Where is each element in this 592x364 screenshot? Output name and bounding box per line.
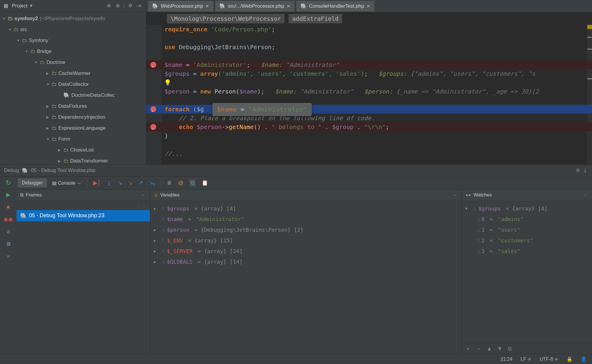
tree-item[interactable]: ▼🗀Doctrine [0, 57, 146, 68]
variable-row[interactable]: ▶⛬$person = {Debugging\JetBrains\Person}… [154, 225, 458, 235]
watch-row[interactable]: ▼⛬$groups = {array} [4] [465, 203, 588, 214]
hide-panel-icon[interactable]: →˙ [141, 193, 147, 197]
tree-item[interactable]: ▶🗀DataFixtures [0, 101, 146, 112]
debug-bar-file: 05 - Debug Tool Window.php [31, 167, 573, 173]
remove-watch-icon[interactable]: － [476, 345, 481, 352]
move-down-icon[interactable]: ▼ [497, 346, 503, 352]
variable-row[interactable]: ▶⛬$GLOBALS = {array} [14] [154, 257, 458, 267]
tree-item[interactable]: ▼🗀Bridge [0, 46, 146, 57]
tree-item[interactable]: ▶🗀DependencyInjection [0, 112, 146, 123]
watch-child-row[interactable]: ⬚0 = "admins" [465, 214, 588, 225]
code-editor[interactable]: require_once 'Code/Person.php'; use Debu… [146, 25, 592, 165]
tree-item[interactable]: ▼🗀src [0, 24, 146, 35]
frame-prev-icon[interactable]: ↑ [137, 203, 139, 208]
step-over-icon[interactable]: ⭳ [107, 180, 112, 186]
variable-row[interactable]: ▶⛬$_ENV = {array} [15] [154, 235, 458, 246]
hide-icon[interactable]: ⇥ [136, 3, 142, 9]
download-icon[interactable]: ⭳ [583, 167, 588, 173]
readonly-lock-icon[interactable]: 🔒 [567, 356, 572, 362]
project-view-selector[interactable]: ▾ [30, 3, 33, 9]
breadcrumb-item[interactable]: \Monolog\Processor\WebProcessor [167, 14, 284, 23]
move-up-icon[interactable]: ▲ [487, 346, 492, 352]
restore-layout-icon[interactable]: 📋 [202, 180, 208, 186]
variable-row[interactable]: ⛬$name = "Administrator" [154, 214, 458, 225]
toggle-watches-icon[interactable]: @ [178, 180, 184, 186]
line-separator[interactable]: LF ≑ [521, 356, 531, 362]
resume-icon[interactable]: ▶ [6, 191, 10, 198]
thread-dump-icon[interactable]: 🖥 [6, 241, 11, 247]
stop-icon[interactable]: ■ [7, 204, 10, 210]
layout-settings-icon[interactable]: ⧉ [189, 179, 196, 187]
code-token: $name [239, 88, 257, 95]
tree-item[interactable]: ▼🗀Symfony [0, 35, 146, 46]
code-token: -> [222, 123, 229, 131]
settings-icon[interactable]: ✲ [127, 3, 133, 9]
file-encoding[interactable]: UTF-8 ≑ [540, 356, 558, 362]
duplicate-watch-icon[interactable]: ⧉ [508, 346, 512, 352]
mute-breakpoints-icon[interactable]: ⊘ [6, 228, 11, 235]
tree-item[interactable]: ▶🗀CacheWarmer [0, 68, 146, 79]
tree-item[interactable]: ▶🗀DataTransformer [0, 155, 146, 165]
tree-item[interactable]: ▶🗀ExpressionLanguage [0, 123, 146, 133]
evaluate-expression-icon[interactable]: 🖩 [167, 180, 172, 186]
step-out-icon[interactable]: ↗ [139, 180, 143, 186]
hector-icon[interactable]: 👤 [581, 356, 587, 362]
hide-panel-icon[interactable]: →˙ [583, 193, 588, 197]
more-icon[interactable]: » [7, 253, 10, 259]
autoscroll-to-source-icon[interactable]: ⊕ [106, 3, 112, 9]
breadcrumb-item[interactable]: addExtraField [289, 14, 342, 23]
variable-row[interactable]: ▶⛬$groups = {array} [4] [154, 203, 458, 214]
tree-item[interactable]: ▶🗀ChoiceList [0, 144, 146, 155]
close-icon[interactable]: ✕ [366, 4, 370, 9]
tooltip-eq: = [237, 106, 248, 113]
hide-panel-icon[interactable]: →˙ [452, 193, 458, 197]
folder-icon: 🗀 [22, 38, 27, 44]
code-token: $groups [165, 70, 189, 77]
force-step-into-icon[interactable]: ↘ [128, 180, 133, 186]
breakpoint-icon[interactable] [150, 62, 156, 68]
breakpoint-icon[interactable] [150, 106, 156, 112]
close-icon[interactable]: ✕ [205, 4, 209, 9]
tree-item[interactable]: ▼🗀DataCollector [0, 79, 146, 90]
close-icon[interactable]: ✕ [287, 4, 290, 9]
view-breakpoints-icon[interactable]: ◉◉ [4, 216, 13, 223]
editor-tab[interactable]: 🐘src/.../WebProcessor.php✕ [215, 1, 295, 12]
variable-value: = {Debugging\JetBrains\Person} [2] [191, 225, 303, 235]
frames-title: Frames [26, 192, 42, 198]
caret-position[interactable]: 21:24 [501, 357, 512, 362]
tree-item[interactable]: ▼🗀Form [0, 133, 146, 144]
intention-bulb-icon[interactable]: 💡 [164, 78, 171, 87]
tab-console-label: Console [58, 181, 75, 186]
watch-child-row[interactable]: ⬚2 = "customers" [465, 235, 588, 246]
tree-item[interactable]: 🐘DoctrineDataCollec [0, 90, 146, 101]
php-file-icon: 🐘 [152, 3, 158, 9]
variable-row[interactable]: ▶⛬$_SERVER = {array} [24] [154, 246, 458, 257]
breakpoint-icon[interactable] [150, 124, 156, 130]
step-into-icon[interactable]: ↘ [118, 180, 122, 186]
frame-row[interactable]: 🐘 05 - Debug Tool Window.php:23 [17, 210, 150, 221]
tree-item-label: src [20, 27, 27, 33]
autoscroll-from-source-icon[interactable]: ⊕ [115, 3, 121, 9]
editor-tab[interactable]: 🐘WebProcessor.php✕ [148, 1, 213, 12]
rerun-icon[interactable]: ↻ [6, 179, 11, 187]
variables-panel: ≣ Variables →˙ ▶⛬$groups = {array} [4]⛬$… [150, 190, 462, 354]
php-file-icon: 🐘 [219, 3, 226, 9]
add-watch-icon[interactable]: ＋ [465, 345, 471, 352]
variable-value: = {array} [15] [185, 235, 233, 246]
run-to-cursor-icon[interactable]: ↘I [149, 179, 155, 187]
code-token: $person [197, 123, 221, 131]
code-fold[interactable]: //... [165, 150, 182, 157]
inline-hint: "Administrator" [286, 61, 339, 68]
tab-console[interactable]: ▤ Console →˙ [48, 178, 87, 188]
tree-root[interactable]: ▼🗀 symfony2 (~/PhpstormProjects/symfo [0, 13, 146, 24]
gear-icon[interactable]: ✲ [576, 167, 580, 174]
tab-debugger[interactable]: Debugger [18, 178, 47, 187]
code-token: " belongs to " [271, 123, 321, 131]
frame-next-icon[interactable]: ↓ [144, 203, 146, 208]
show-execution-point-icon[interactable]: ▶│ [93, 180, 101, 186]
tree-root-label: symfony2 [15, 16, 38, 22]
project-tree[interactable]: ▼🗀 symfony2 (~/PhpstormProjects/symfo ▼🗀… [0, 12, 146, 165]
watch-child-row[interactable]: ⬚1 = "users" [465, 225, 588, 235]
watch-child-row[interactable]: ⬚3 = "sales" [465, 246, 588, 257]
editor-tab[interactable]: 🐘ConsoleHandlerTest.php✕ [296, 1, 374, 12]
